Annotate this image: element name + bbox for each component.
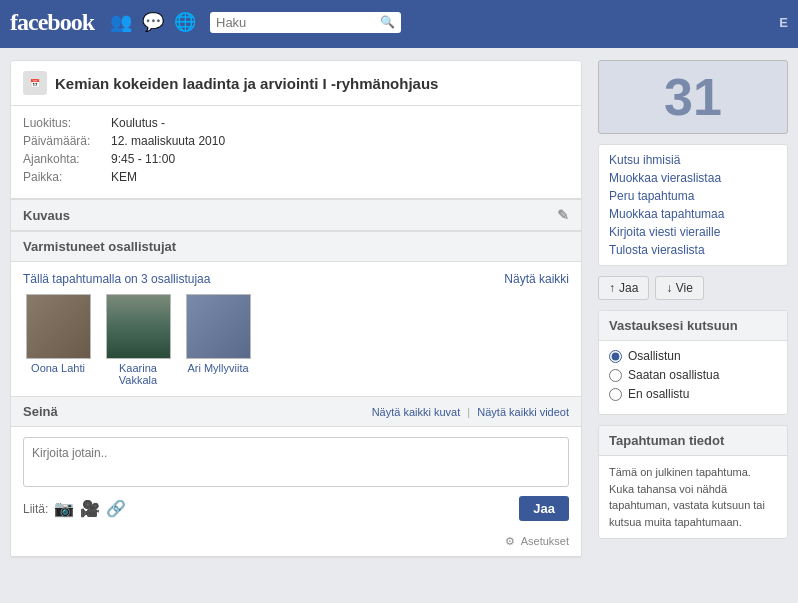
calendar-icon: 📅: [23, 71, 47, 95]
right-sidebar: 31 Kutsu ihmisiä Muokkaa vieraslistaa Pe…: [598, 60, 788, 558]
list-item: Oona Lahti: [23, 294, 93, 386]
show-photos-link[interactable]: Näytä kaikki kuvat: [372, 406, 461, 418]
participants-title: Varmistuneet osallistujat: [23, 239, 176, 254]
place-label: Paikka:: [23, 170, 103, 184]
place-row: Paikka: KEM: [23, 170, 569, 184]
wall-links: Näytä kaikki kuvat | Näytä kaikki videot: [372, 406, 569, 418]
rsvp-option-3[interactable]: En osallistu: [609, 387, 777, 401]
kuvaus-title: Kuvaus: [23, 208, 70, 223]
participant-name-3[interactable]: Ari Myllyviita: [187, 362, 248, 374]
vie-label: ↓ Vie: [666, 281, 692, 295]
time-value: 9:45 - 11:00: [111, 152, 175, 166]
peru-link[interactable]: Peru tapahtuma: [609, 189, 777, 203]
event-title-bar: 📅 Kemian kokeiden laadinta ja arviointi …: [11, 61, 581, 106]
time-row: Ajankohta: 9:45 - 11:00: [23, 152, 569, 166]
participant-grid: Oona Lahti Kaarina Vakkala Ari Myllyviit…: [23, 294, 569, 386]
search-input[interactable]: [216, 15, 376, 30]
participants-count-text: Tällä tapahtumalla on 3 osallistujaa: [23, 272, 210, 286]
settings-row[interactable]: ⚙ Asetukset: [11, 531, 581, 556]
event-info-body: Tämä on julkinen tapahtuma. Kuka tahansa…: [599, 456, 787, 538]
calendar-visual: 31: [598, 60, 788, 134]
people-icon[interactable]: 👥: [110, 11, 132, 33]
search-button[interactable]: 🔍: [380, 15, 395, 29]
share-label: Jaa: [619, 281, 638, 295]
cal-icon-day: 📅: [30, 79, 40, 88]
rsvp-label-2: Saatan osallistua: [628, 368, 719, 382]
list-item: Kaarina Vakkala: [103, 294, 173, 386]
participants-header: Varmistuneet osallistujat: [11, 231, 581, 262]
participants-count-row: Tällä tapahtumalla on 3 osallistujaa Näy…: [23, 272, 569, 286]
time-label: Ajankohta:: [23, 152, 103, 166]
list-item: Ari Myllyviita: [183, 294, 253, 386]
vie-button[interactable]: ↓ Vie: [655, 276, 703, 300]
attach-video-button[interactable]: 🎥: [80, 499, 100, 518]
date-value: 12. maaliskuuta 2010: [111, 134, 225, 148]
share-icon: ↑: [609, 281, 615, 295]
category-label: Luokitus:: [23, 116, 103, 130]
wall-title: Seinä: [23, 404, 58, 419]
rsvp-section: Vastauksesi kutsuun Osallistun Saatan os…: [598, 310, 788, 415]
participants-section: Tällä tapahtumalla on 3 osallistujaa Näy…: [11, 262, 581, 397]
attach-link-button[interactable]: 🔗: [106, 499, 126, 518]
rsvp-option-1[interactable]: Osallistun: [609, 349, 777, 363]
place-value: KEM: [111, 170, 137, 184]
kuvaus-header: Kuvaus ✎: [11, 199, 581, 231]
participant-photo-2: [106, 294, 171, 359]
facebook-logo: facebook: [10, 9, 94, 36]
wall-section: Seinä Näytä kaikki kuvat | Näytä kaikki …: [11, 397, 581, 557]
attach-row: Liitä: 📷 🎥 🔗: [23, 499, 126, 518]
event-title: Kemian kokeiden laadinta ja arviointi I …: [55, 75, 438, 92]
attach-photo-button[interactable]: 📷: [54, 499, 74, 518]
search-bar: 🔍: [210, 12, 401, 33]
muokkaa-vieraslistaa-link[interactable]: Muokkaa vieraslistaa: [609, 171, 777, 185]
attach-label: Liitä:: [23, 502, 48, 516]
write-box: Liitä: 📷 🎥 🔗 Jaa: [11, 427, 581, 531]
date-row: Päivämäärä: 12. maaliskuuta 2010: [23, 134, 569, 148]
event-info-section: Tapahtuman tiedot Tämä on julkinen tapah…: [598, 425, 788, 539]
settings-label: Asetukset: [521, 535, 569, 547]
category-value: Koulutus -: [111, 116, 165, 130]
wall-header: Seinä Näytä kaikki kuvat | Näytä kaikki …: [11, 397, 581, 427]
show-videos-link[interactable]: Näytä kaikki videot: [477, 406, 569, 418]
write-footer: Liitä: 📷 🎥 🔗 Jaa: [23, 496, 569, 521]
participant-name-2[interactable]: Kaarina Vakkala: [103, 362, 173, 386]
category-row: Luokitus: Koulutus -: [23, 116, 569, 130]
main-container: 📅 Kemian kokeiden laadinta ja arviointi …: [0, 48, 798, 570]
participant-photo-3: [186, 294, 251, 359]
rsvp-label-3: En osallistu: [628, 387, 689, 401]
top-navigation: facebook 👥 💬 🌐 🔍 E: [0, 0, 798, 44]
rsvp-radio-3[interactable]: [609, 388, 622, 401]
date-label: Päivämäärä:: [23, 134, 103, 148]
rsvp-options: Osallistun Saatan osallistua En osallist…: [599, 341, 787, 414]
nav-right-text: E: [779, 15, 788, 30]
show-all-link[interactable]: Näytä kaikki: [504, 272, 569, 286]
muokkaa-tapahtumaa-link[interactable]: Muokkaa tapahtumaa: [609, 207, 777, 221]
write-textarea[interactable]: [23, 437, 569, 487]
event-details: Luokitus: Koulutus - Päivämäärä: 12. maa…: [11, 106, 581, 199]
message-icon[interactable]: 💬: [142, 11, 164, 33]
globe-icon[interactable]: 🌐: [174, 11, 196, 33]
action-links: Kutsu ihmisiä Muokkaa vieraslistaa Peru …: [598, 144, 788, 266]
calendar-day-number: 31: [609, 71, 777, 123]
rsvp-label-1: Osallistun: [628, 349, 681, 363]
wall-sep: |: [467, 406, 473, 418]
share-row: ↑ Jaa ↓ Vie: [598, 276, 788, 300]
tulosta-link[interactable]: Tulosta vieraslista: [609, 243, 777, 257]
rsvp-radio-1[interactable]: [609, 350, 622, 363]
share-button[interactable]: ↑ Jaa: [598, 276, 649, 300]
rsvp-option-2[interactable]: Saatan osallistua: [609, 368, 777, 382]
kutsu-link[interactable]: Kutsu ihmisiä: [609, 153, 777, 167]
gear-icon: ⚙: [505, 535, 515, 547]
kuvaus-edit-icon[interactable]: ✎: [557, 207, 569, 223]
rsvp-header: Vastauksesi kutsuun: [599, 311, 787, 341]
kirjoita-link[interactable]: Kirjoita viesti vieraille: [609, 225, 777, 239]
event-content: 📅 Kemian kokeiden laadinta ja arviointi …: [10, 60, 582, 558]
participant-name-1[interactable]: Oona Lahti: [31, 362, 85, 374]
jaa-submit-button[interactable]: Jaa: [519, 496, 569, 521]
rsvp-radio-2[interactable]: [609, 369, 622, 382]
participant-photo-1: [26, 294, 91, 359]
event-info-header: Tapahtuman tiedot: [599, 426, 787, 456]
